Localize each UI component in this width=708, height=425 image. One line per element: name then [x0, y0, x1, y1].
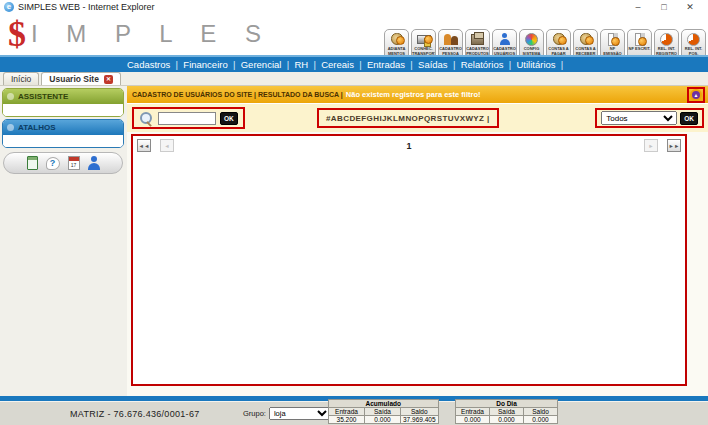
truck-icon: [417, 35, 431, 44]
menu-item-gerencial[interactable]: Gerencial: [241, 59, 295, 70]
sidebar-icon-tray: 17: [3, 152, 123, 174]
window-title: SIMPLES WEB - Internet Explorer: [18, 2, 155, 12]
atalhos-panel: ATALHOS: [2, 119, 124, 148]
document-arrow-icon: [635, 33, 645, 46]
calculator-icon[interactable]: [27, 156, 38, 170]
acumulado-entrada-value: 35.200: [329, 416, 365, 424]
next-page-button[interactable]: ►: [644, 139, 658, 152]
tab-inicio[interactable]: Início: [3, 72, 39, 85]
internet-explorer-icon: e: [4, 2, 14, 12]
moneybag-plus-icon: [580, 33, 592, 45]
palette-icon: [525, 33, 538, 46]
search-input[interactable]: [158, 112, 216, 125]
moneybag-clock-icon: [391, 33, 403, 45]
grupo-select[interactable]: loja: [269, 407, 331, 420]
dodia-header-saida: Saída: [490, 408, 524, 416]
dodia-title: Do Dia: [456, 400, 558, 408]
main-menu-bar: Cadastros Financeiro Gerencial RH Cereai…: [0, 55, 708, 72]
atalhos-body: [3, 135, 123, 147]
brand-name: I M P L E S: [31, 20, 272, 48]
menu-item-saidas[interactable]: Saídas: [418, 59, 461, 70]
window-controls: – □ ✕: [632, 2, 704, 12]
search-icon[interactable]: [139, 111, 154, 126]
help-icon[interactable]: [46, 157, 60, 170]
user-icon[interactable]: [88, 156, 100, 170]
assistente-body: [3, 104, 123, 116]
bullet-icon: [7, 93, 14, 100]
dodia-header-saldo: Saldo: [524, 408, 558, 416]
menu-item-cadastros[interactable]: Cadastros: [127, 59, 183, 70]
assistente-panel: ASSISTENTE: [2, 88, 124, 117]
moneybag-plus-icon: [553, 33, 565, 45]
assistente-header[interactable]: ASSISTENTE: [3, 89, 123, 104]
filter-group: Todos OK: [595, 108, 704, 128]
menu-item-entradas[interactable]: Entradas: [367, 59, 418, 70]
pie-chart-icon: [660, 33, 673, 46]
acumulado-header-saida: Saída: [365, 408, 401, 416]
pie-chart-icon: [687, 33, 700, 46]
grupo-label: Grupo:: [243, 409, 266, 418]
dodia-header-entrada: Entrada: [456, 408, 490, 416]
results-area: ◄◄ ◄ 1 ► ►►: [131, 134, 687, 386]
alphabet-filter[interactable]: #ABCDEFGHIJKLMNOPQRSTUVXWYZ |: [317, 108, 499, 128]
acumulado-table: Acumulado Entrada Saída Saldo 35.200 0.0…: [328, 399, 439, 424]
menu-item-financeiro[interactable]: Financeiro: [183, 59, 240, 70]
calendar-icon[interactable]: 17: [68, 156, 80, 170]
products-icon: [471, 34, 484, 45]
filter-ok-button[interactable]: OK: [680, 112, 698, 125]
user-icon: [499, 33, 511, 45]
menu-item-cereais[interactable]: Cereais: [321, 59, 367, 70]
tab-bar: Início Usuario Site ✕: [0, 72, 708, 86]
section-title: CADASTRO DE USUÁRIOS DO SITE | RESULTADO…: [132, 91, 343, 98]
people-icon: [444, 33, 458, 45]
dollar-logo-glyph: $: [8, 16, 26, 52]
menu-item-utilitarios[interactable]: Utilitários: [516, 59, 568, 70]
status-bar: MATRIZ - 76.676.436/0001-67 Grupo: loja …: [0, 401, 708, 425]
no-records-message: Não existem registros para este filtro!: [346, 90, 481, 99]
bullet-icon: [7, 124, 14, 131]
maximize-button[interactable]: □: [658, 2, 670, 12]
document-plus-icon: [608, 33, 618, 46]
simples-logo: $ I M P L E S: [8, 16, 272, 52]
search-group: OK: [132, 107, 245, 129]
search-ok-button[interactable]: OK: [220, 112, 238, 125]
main-content: CADASTRO DE USUÁRIOS DO SITE | RESULTADO…: [127, 86, 708, 396]
filter-select[interactable]: Todos: [601, 111, 677, 125]
dodia-table: Do Dia Entrada Saída Saldo 0.000 0.000 0…: [455, 399, 558, 424]
acumulado-saldo-value: 37.969.405: [401, 416, 439, 424]
grupo-control: Grupo: loja: [243, 407, 331, 420]
dodia-entrada-value: 0.000: [456, 416, 490, 424]
left-sidebar: ASSISTENTE ATALHOS 17: [0, 86, 127, 396]
menu-item-rh[interactable]: RH: [294, 59, 321, 70]
title-bar: e SIMPLES WEB - Internet Explorer – □ ✕: [0, 0, 708, 14]
acumulado-header-entrada: Entrada: [329, 408, 365, 416]
dodia-saida-value: 0.000: [490, 416, 524, 424]
menu-item-relatorios[interactable]: Relatórios: [461, 59, 517, 70]
pagination-bar: ◄◄ ◄ 1 ► ►►: [137, 139, 681, 153]
acumulado-saida-value: 0.000: [365, 416, 401, 424]
section-header-bar: CADASTRO DE USUÁRIOS DO SITE | RESULTADO…: [127, 86, 708, 104]
filter-band: OK #ABCDEFGHIJKLMNOPQRSTUVXWYZ | Todos O…: [127, 104, 708, 132]
atalhos-header[interactable]: ATALHOS: [3, 120, 123, 135]
acumulado-header-saldo: Saldo: [401, 408, 439, 416]
dodia-saldo-value: 0.000: [524, 416, 558, 424]
tab-close-icon[interactable]: ✕: [104, 75, 113, 84]
company-identifier: MATRIZ - 76.676.436/0001-67: [70, 409, 200, 419]
minimize-button[interactable]: –: [632, 2, 644, 12]
acumulado-title: Acumulado: [329, 400, 439, 408]
last-page-button[interactable]: ►►: [667, 139, 681, 152]
close-button[interactable]: ✕: [684, 2, 696, 12]
app-header: $ I M P L E S ADIANTA MENTOS CONHEC. TRA…: [0, 14, 708, 55]
tab-usuario-site[interactable]: Usuario Site ✕: [41, 72, 121, 85]
add-record-button[interactable]: ▲: [690, 89, 702, 101]
add-record-annotation-box: ▲: [687, 87, 705, 103]
page-number: 1: [137, 141, 681, 151]
